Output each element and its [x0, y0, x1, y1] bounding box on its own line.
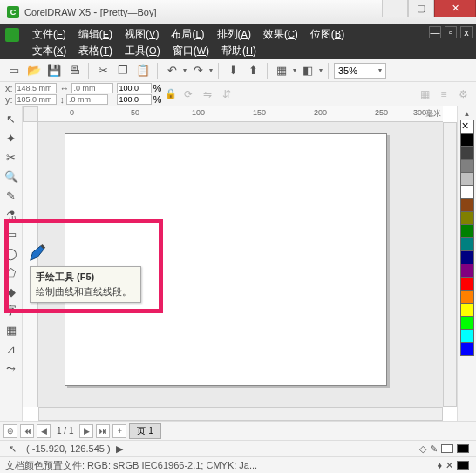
text-tool[interactable]: 字 — [3, 302, 20, 319]
mdi-minimize-button[interactable]: — — [429, 26, 441, 38]
first-page-button[interactable]: ⏮ — [20, 424, 34, 438]
color-swatch[interactable] — [460, 120, 474, 134]
options-button[interactable]: ⚙ — [455, 86, 471, 102]
horizontal-ruler[interactable]: 毫米 050100150200250300 — [38, 106, 443, 122]
freehand-tool[interactable]: ✎ — [3, 187, 20, 204]
zoom-combo[interactable]: 35% ▾ — [334, 63, 386, 79]
redo-button[interactable]: ↷ — [189, 62, 207, 79]
color-swatch[interactable] — [460, 342, 474, 356]
color-swatch[interactable] — [460, 198, 474, 212]
close-button[interactable]: ✕ — [434, 0, 476, 17]
mdi-close-button[interactable]: x — [460, 26, 473, 38]
lock-ratio-button[interactable]: 🔒 — [165, 85, 177, 104]
menu-l[interactable]: 布局(L) — [165, 26, 210, 43]
align-button[interactable]: ≡ — [436, 86, 452, 102]
menu-e[interactable]: 编辑(E) — [72, 26, 119, 43]
polygon-tool[interactable]: ⬠ — [3, 264, 20, 281]
color-swatch[interactable] — [460, 211, 474, 225]
outline-swatch[interactable] — [457, 444, 469, 453]
canvas-area[interactable] — [38, 122, 443, 407]
paste-button[interactable]: 📋 — [134, 62, 152, 79]
smart-fill-tool[interactable]: ⚗ — [3, 206, 20, 223]
swatch-icon[interactable] — [457, 461, 469, 470]
rectangle-tool[interactable]: ▭ — [3, 225, 20, 243]
connector-tool[interactable]: ⤳ — [3, 360, 20, 377]
menu-v[interactable]: 视图(V) — [119, 26, 165, 43]
pick-tool[interactable]: ↖ — [3, 110, 20, 127]
page-tab[interactable]: 页 1 — [129, 423, 160, 439]
y-input[interactable]: 105.0 mm — [15, 94, 57, 105]
color-swatch[interactable] — [460, 303, 474, 317]
color-swatch[interactable] — [460, 172, 474, 186]
color-swatch[interactable] — [460, 250, 474, 264]
zoom-tool[interactable]: 🔍 — [3, 168, 20, 185]
color-swatch[interactable] — [460, 277, 474, 291]
mirror-v-button[interactable]: ⇵ — [219, 86, 235, 102]
basic-shapes-tool[interactable]: ◆ — [3, 283, 20, 300]
snap-button[interactable]: ▦ — [417, 86, 432, 102]
undo-dropdown-icon[interactable]: ▾ — [183, 66, 187, 74]
page-canvas[interactable] — [65, 133, 387, 386]
color-swatch[interactable] — [460, 224, 474, 238]
x-input[interactable]: 148.5 mm — [15, 83, 57, 93]
color-swatch[interactable] — [460, 290, 474, 304]
minimize-button[interactable]: — — [382, 0, 408, 17]
color-swatch[interactable] — [460, 264, 474, 278]
palette-up-icon[interactable]: ▲ — [464, 110, 471, 118]
shape-tool[interactable]: ✦ — [3, 129, 20, 147]
app-launcher-button[interactable]: ▦ — [273, 62, 290, 79]
color-swatch[interactable] — [460, 133, 474, 147]
extras-button[interactable]: ⊕ — [3, 424, 17, 438]
ellipse-tool[interactable]: ◯ — [3, 244, 20, 262]
color-swatch[interactable] — [460, 329, 474, 343]
menu-a[interactable]: 排列(A) — [211, 26, 257, 43]
menu-c[interactable]: 效果(C) — [257, 26, 304, 43]
scale-x-input[interactable]: 100.0 — [117, 83, 152, 93]
vertical-scrollbar[interactable] — [443, 122, 457, 407]
welcome-dropdown-icon[interactable]: ▾ — [319, 66, 323, 74]
ruler-corner[interactable] — [23, 106, 38, 122]
table-tool[interactable]: ▦ — [3, 321, 20, 339]
next-icon[interactable]: ▶ — [116, 443, 123, 455]
welcome-button[interactable]: ◧ — [299, 62, 316, 79]
last-page-button[interactable]: ⏭ — [96, 424, 110, 438]
color-swatch[interactable] — [460, 237, 474, 251]
new-button[interactable]: ▭ — [5, 62, 23, 79]
menu-x[interactable]: 文本(X) — [26, 43, 72, 59]
fill-swatch[interactable] — [441, 444, 453, 453]
color-swatch[interactable] — [460, 185, 474, 199]
open-button[interactable]: 📂 — [25, 62, 43, 79]
width-input[interactable]: .0 mm — [71, 83, 113, 93]
height-input[interactable]: .0 mm — [66, 94, 108, 105]
mdi-restore-button[interactable]: ▫ — [445, 26, 457, 38]
menu-h[interactable]: 帮助(H) — [215, 43, 262, 59]
scale-y-input[interactable]: 100.0 — [117, 94, 152, 105]
maximize-button[interactable]: ▢ — [408, 0, 434, 17]
next-page-button[interactable]: ▶ — [79, 424, 93, 438]
import-button[interactable]: ⬇ — [224, 62, 241, 79]
copy-button[interactable]: ❐ — [114, 62, 132, 79]
export-button[interactable]: ⬆ — [244, 62, 262, 79]
menu-t[interactable]: 表格(T) — [72, 43, 119, 59]
undo-button[interactable]: ↶ — [163, 62, 180, 79]
print-button[interactable]: 🖶 — [65, 62, 83, 79]
horizontal-scrollbar[interactable] — [38, 407, 443, 421]
rotate-input[interactable]: ⟳ — [180, 86, 196, 102]
cut-button[interactable]: ✂ — [94, 62, 112, 79]
mirror-h-button[interactable]: ⇋ — [200, 86, 215, 102]
color-swatch[interactable] — [460, 159, 474, 173]
add-page-button[interactable]: + — [112, 424, 126, 438]
menu-o[interactable]: 工具(O) — [119, 43, 167, 59]
menu-b[interactable]: 位图(B) — [304, 26, 350, 43]
menu-w[interactable]: 窗口(W) — [167, 43, 215, 59]
color-swatch[interactable] — [460, 146, 474, 160]
color-swatch[interactable] — [460, 316, 474, 330]
prev-page-button[interactable]: ◀ — [37, 424, 51, 438]
crop-tool[interactable]: ✂ — [3, 148, 20, 166]
vertical-ruler[interactable] — [23, 122, 38, 407]
menu-f[interactable]: 文件(F) — [26, 26, 72, 43]
redo-dropdown-icon[interactable]: ▾ — [209, 66, 213, 74]
launcher-dropdown-icon[interactable]: ▾ — [293, 66, 296, 74]
save-button[interactable]: 💾 — [45, 62, 63, 79]
dimension-tool[interactable]: ⊿ — [3, 340, 20, 358]
